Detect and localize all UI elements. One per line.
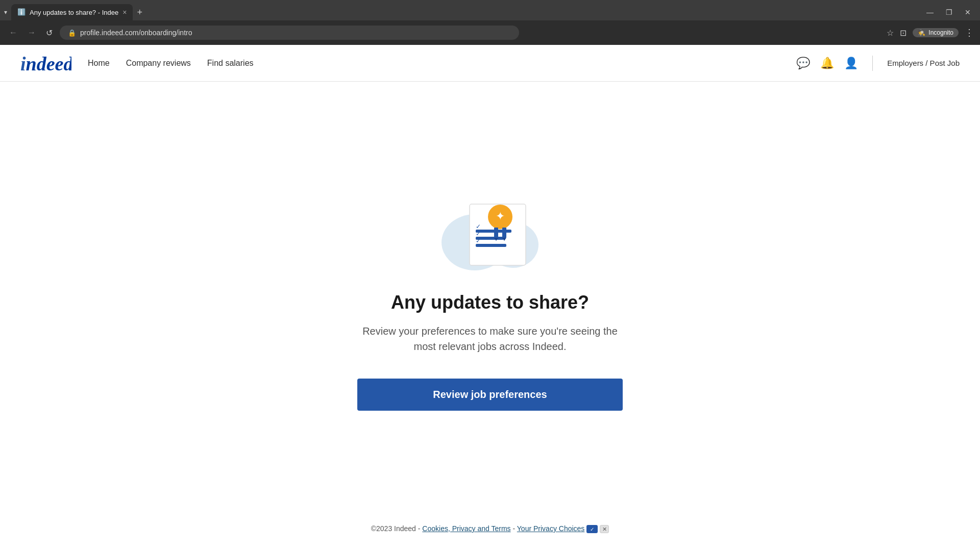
certificate-illustration: ✓ ✓ ✓ ✦ (434, 194, 546, 276)
privacy-check-icon: ✓ (586, 525, 598, 533)
tab-group-arrow[interactable]: ▾ (0, 9, 11, 16)
main-subtext: Review your preferences to make sure you… (352, 323, 628, 354)
tab-title: Any updates to share? - Indee (30, 9, 118, 16)
logo-svg: indeed (20, 53, 71, 73)
more-menu-button[interactable]: ⋮ (965, 27, 974, 38)
site-header: indeed Home Company reviews Find salarie… (0, 45, 980, 82)
toolbar-right: ☆ ⊡ 🕵 Incognito ⋮ (887, 27, 974, 38)
svg-text:✦: ✦ (496, 210, 505, 222)
employers-link[interactable]: Employers / Post Job (887, 59, 960, 67)
forward-button[interactable]: → (24, 26, 39, 39)
illustration: ✓ ✓ ✓ ✦ (434, 194, 546, 276)
browser-tab-active[interactable]: ℹ️ Any updates to share? - Indee × (11, 4, 133, 20)
nav-home[interactable]: Home (88, 59, 110, 68)
tab-close-button[interactable]: × (122, 8, 127, 16)
incognito-icon: 🕵 (918, 29, 925, 36)
header-divider (872, 56, 873, 71)
back-button[interactable]: ← (6, 26, 20, 39)
footer-sep2: - (513, 524, 517, 533)
new-tab-button[interactable]: + (133, 7, 146, 18)
your-privacy-choices-link[interactable]: Your Privacy Choices (517, 524, 585, 533)
bookmark-icon[interactable]: ☆ (887, 28, 894, 38)
close-button[interactable]: ✕ (960, 6, 976, 18)
svg-text:✓: ✓ (476, 230, 481, 237)
profile-icon[interactable]: ⊡ (900, 28, 906, 38)
messages-icon[interactable]: 💬 (796, 57, 810, 70)
maximize-button[interactable]: ❐ (941, 6, 958, 18)
indeed-logo[interactable]: indeed (20, 53, 71, 73)
tab-favicon: ℹ️ (17, 8, 26, 16)
browser-chrome: ▾ ℹ️ Any updates to share? - Indee × + —… (0, 0, 980, 45)
svg-rect-13 (502, 228, 506, 238)
svg-text:✓: ✓ (476, 223, 481, 230)
reload-button[interactable]: ↺ (43, 26, 56, 40)
lock-icon: 🔒 (68, 29, 76, 37)
url-text: profile.indeed.com/onboarding/intro (80, 29, 192, 37)
main-nav: Home Company reviews Find salaries (88, 59, 796, 68)
tab-bar: ▾ ℹ️ Any updates to share? - Indee × + —… (0, 0, 980, 20)
window-controls: — ❐ ✕ (921, 6, 980, 18)
footer-copyright: ©2023 Indeed (371, 524, 416, 533)
cookies-privacy-terms-link[interactable]: Cookies, Privacy and Terms (422, 524, 510, 533)
privacy-x-icon: ✕ (600, 525, 609, 533)
site-footer: ©2023 Indeed - Cookies, Privacy and Term… (0, 512, 980, 545)
svg-text:✓: ✓ (476, 237, 481, 244)
incognito-badge: 🕵 Incognito (913, 28, 959, 37)
main-heading: Any updates to share? (391, 292, 589, 313)
minimize-button[interactable]: — (921, 6, 939, 18)
address-bar[interactable]: 🔒 profile.indeed.com/onboarding/intro (60, 26, 519, 40)
nav-find-salaries[interactable]: Find salaries (207, 59, 254, 68)
main-content: ✓ ✓ ✓ ✦ Any updates to share? Review you… (0, 82, 980, 512)
browser-toolbar: ← → ↺ 🔒 profile.indeed.com/onboarding/in… (0, 20, 980, 45)
incognito-label: Incognito (928, 29, 953, 36)
notifications-icon[interactable]: 🔔 (820, 57, 834, 70)
nav-company-reviews[interactable]: Company reviews (126, 59, 191, 68)
header-right: 💬 🔔 👤 Employers / Post Job (796, 56, 960, 71)
svg-text:indeed: indeed (20, 53, 71, 73)
svg-rect-12 (494, 228, 498, 238)
website: indeed Home Company reviews Find salarie… (0, 45, 980, 545)
privacy-badge: ✓ ✕ (586, 525, 609, 533)
user-icon[interactable]: 👤 (844, 57, 858, 70)
review-job-preferences-button[interactable]: Review job preferences (357, 379, 623, 411)
